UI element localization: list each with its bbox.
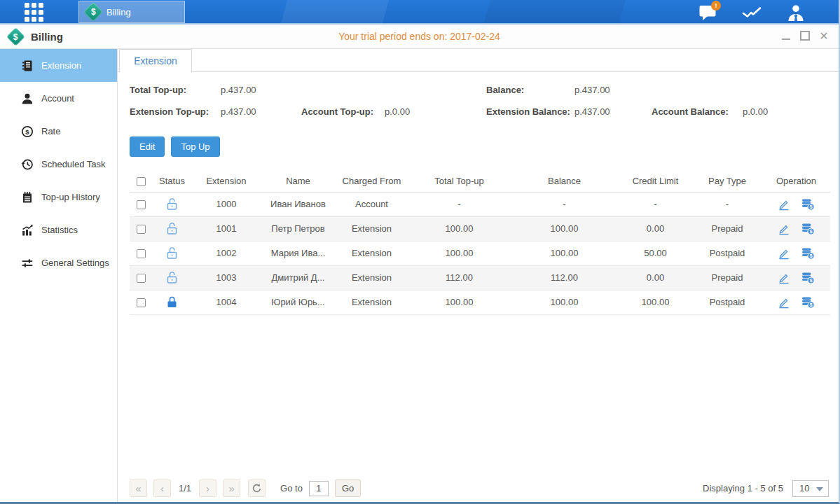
col-pay-type[interactable]: Pay Type xyxy=(692,171,762,192)
sidebar-item-account[interactable]: Account xyxy=(0,82,117,115)
top-up-extension-icon[interactable]: $ xyxy=(801,198,815,211)
row-checkbox[interactable] xyxy=(137,274,146,283)
cell-charged-from: Extension xyxy=(335,241,408,265)
cell-extension: 1000 xyxy=(191,192,261,216)
next-page-button[interactable]: › xyxy=(199,479,216,497)
sidebar-item-statistics[interactable]: Statistics xyxy=(0,214,117,246)
row-checkbox[interactable] xyxy=(137,225,146,234)
cell-extension: 1004 xyxy=(191,290,261,314)
rate-icon: $ xyxy=(21,125,34,138)
sidebar-item-rate[interactable]: $ Rate xyxy=(0,115,117,148)
cell-extension: 1001 xyxy=(191,216,261,241)
row-checkbox[interactable] xyxy=(137,298,146,307)
summary-value: p.0.00 xyxy=(385,106,410,117)
cell-charged-from: Account xyxy=(335,192,408,216)
extension-table: Status Extension Name Charged From Total… xyxy=(130,171,830,315)
col-total-top-up[interactable]: Total Top-up xyxy=(408,171,510,192)
go-button[interactable]: Go xyxy=(335,479,361,497)
sidebar-item-top-up-history[interactable]: Top-up History xyxy=(0,181,117,214)
col-extension[interactable]: Extension xyxy=(191,171,261,192)
cell-pay-type: Prepaid xyxy=(692,216,762,241)
status-unlocked-icon xyxy=(166,197,178,211)
cell-extension: 1002 xyxy=(191,241,261,265)
last-page-button[interactable]: » xyxy=(223,479,240,497)
displaying-info: Displaying 1 - 5 of 5 xyxy=(703,483,783,493)
cell-total-top-up: 112.00 xyxy=(408,265,510,290)
cell-name: Иван Иванов xyxy=(261,192,335,216)
cell-charged-from: Extension xyxy=(335,290,408,314)
col-balance[interactable]: Balance xyxy=(510,171,619,192)
app-grid-icon[interactable] xyxy=(25,3,43,22)
scheduled-task-icon xyxy=(21,158,34,171)
window-controls: ✕ xyxy=(781,31,829,41)
resource-monitor-icon[interactable] xyxy=(741,3,762,22)
top-up-extension-icon[interactable]: $ xyxy=(801,247,815,260)
col-status[interactable]: Status xyxy=(153,171,191,192)
cell-total-top-up: 100.00 xyxy=(408,290,510,314)
col-name[interactable]: Name xyxy=(261,171,335,192)
summary-value: p.437.00 xyxy=(221,106,256,117)
col-credit-limit[interactable]: Credit Limit xyxy=(619,171,692,192)
cell-name: Мария Ива... xyxy=(261,241,335,265)
extension-icon xyxy=(21,59,34,72)
top-up-extension-icon[interactable]: $ xyxy=(801,272,815,284)
status-locked-icon xyxy=(166,295,178,309)
cell-pay-type: Prepaid xyxy=(692,265,762,290)
cell-total-top-up: 100.00 xyxy=(408,216,510,241)
edit-extension-icon[interactable] xyxy=(778,296,790,309)
top-tab-label: Billing xyxy=(106,7,131,18)
top-up-extension-icon[interactable]: $ xyxy=(801,296,815,309)
account-icon xyxy=(21,92,34,105)
trial-notice: Your trial period ends on: 2017-02-24 xyxy=(0,31,839,42)
window-title: Billing xyxy=(31,31,63,43)
table-row: 1000Иван ИвановAccount----$ xyxy=(130,192,830,216)
app-window: $ Billing ! xyxy=(0,0,840,504)
action-buttons: Edit Top Up xyxy=(118,128,839,157)
cell-pay-type: - xyxy=(692,192,762,216)
col-operation[interactable]: Operation xyxy=(762,171,830,192)
row-checkbox[interactable] xyxy=(137,249,146,258)
sidebar-item-label: Extension xyxy=(41,60,81,71)
sidebar-item-scheduled-task[interactable]: Scheduled Task xyxy=(0,148,117,181)
table-row: 1002Мария Ива...Extension100.00100.0050.… xyxy=(130,241,830,265)
close-button[interactable]: ✕ xyxy=(819,31,829,41)
col-charged-from[interactable]: Charged From xyxy=(335,171,408,192)
tab-extension[interactable]: Extension xyxy=(119,49,192,72)
minimize-button[interactable] xyxy=(781,31,791,41)
edit-extension-icon[interactable] xyxy=(778,272,790,284)
edit-extension-icon[interactable] xyxy=(778,247,790,260)
cell-name: Юрий Юрь... xyxy=(261,290,335,314)
row-checkbox[interactable] xyxy=(137,200,146,209)
top-up-history-icon xyxy=(21,191,34,204)
edit-button[interactable]: Edit xyxy=(130,136,165,157)
sidebar-item-general-settings[interactable]: General Settings xyxy=(0,246,117,279)
cell-credit-limit: 100.00 xyxy=(619,290,692,314)
svg-text:$: $ xyxy=(25,127,29,135)
billing-title-icon: $ xyxy=(6,27,25,46)
maximize-button[interactable] xyxy=(800,31,810,41)
sidebar-item-label: Top-up History xyxy=(41,192,100,202)
refresh-button[interactable] xyxy=(248,479,266,497)
cell-name: Дмитрий Д... xyxy=(261,265,335,290)
top-up-button[interactable]: Top Up xyxy=(171,136,219,157)
first-page-button[interactable]: « xyxy=(130,479,147,497)
notifications-icon[interactable]: ! xyxy=(697,3,718,22)
sidebar-item-label: Rate xyxy=(41,126,60,136)
top-up-extension-icon[interactable]: $ xyxy=(801,223,815,235)
select-all-checkbox[interactable] xyxy=(137,177,146,186)
billing-window-tab[interactable]: $ Billing xyxy=(78,1,185,23)
cell-total-top-up: - xyxy=(408,192,510,216)
goto-page-input[interactable] xyxy=(309,481,329,496)
page-size-select[interactable]: 10 xyxy=(792,480,829,497)
cell-credit-limit: - xyxy=(619,192,692,216)
caret-down-icon xyxy=(816,487,823,491)
svg-text:$: $ xyxy=(810,204,813,210)
prev-page-button[interactable]: ‹ xyxy=(153,479,171,497)
user-account-icon[interactable] xyxy=(785,3,806,22)
edit-extension-icon[interactable] xyxy=(778,198,790,211)
svg-text:$: $ xyxy=(810,229,813,234)
sidebar-item-extension[interactable]: Extension xyxy=(0,49,117,82)
cell-balance: 100.00 xyxy=(510,290,619,314)
edit-extension-icon[interactable] xyxy=(778,223,790,235)
summary-value: p.437.00 xyxy=(221,85,256,95)
